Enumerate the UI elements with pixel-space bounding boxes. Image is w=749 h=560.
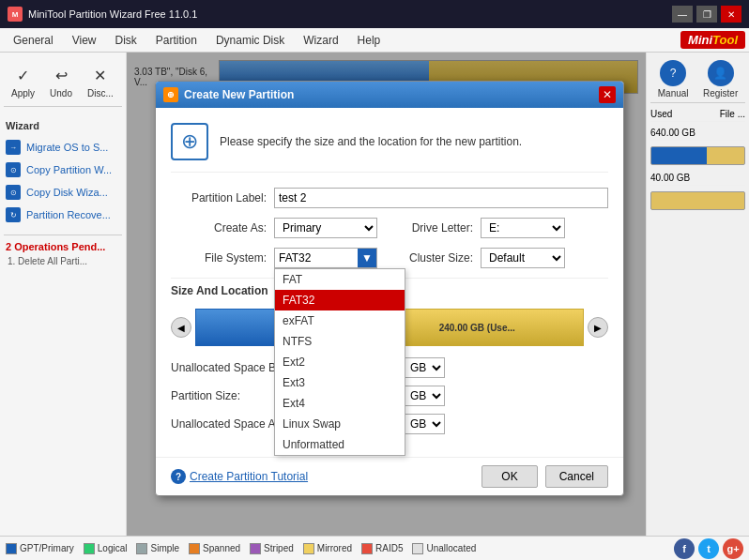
migrate-icon: → <box>6 140 21 155</box>
register-icon: 👤 <box>708 60 734 86</box>
partition-label-input[interactable] <box>274 188 608 208</box>
menu-general[interactable]: General <box>4 30 63 51</box>
apply-button[interactable]: ✓ Apply <box>6 60 40 102</box>
legend-mirrored: Mirrored <box>303 543 352 554</box>
dropdown-item-ext3[interactable]: Ext3 <box>275 372 405 393</box>
copy-partition-icon: ⊙ <box>6 162 21 177</box>
wizard-item-copy-partition[interactable]: ⊙ Copy Partition W... <box>4 159 122 180</box>
logo-tool: Tool <box>712 33 738 47</box>
filesystem-dropdown-container: FAT32 ▼ FAT FAT32 exFAT NTFS Ext2 Ext3 <box>274 248 377 268</box>
ok-button[interactable]: OK <box>482 465 537 488</box>
undo-label: Undo <box>50 88 72 98</box>
disk-size-value-2: 40.00 GB <box>650 173 690 183</box>
left-toolbar: ✓ Apply ↩ Undo ✕ Disc... Wizard → Migrat… <box>0 53 127 560</box>
drive-letter-select-container: E: F: G: <box>481 218 565 238</box>
legend-box-mirrored <box>303 543 314 554</box>
disk-size-row-2: 40.00 GB <box>650 171 745 186</box>
wizard-item-partition-recovery-label: Partition Recove... <box>26 209 111 220</box>
legend-box-gpt <box>6 543 17 554</box>
register-panel-icon[interactable]: 👤 Register <box>703 60 738 98</box>
dialog-title-bar: ⊕ Create New Partition ✕ <box>156 82 623 108</box>
manual-panel-icon[interactable]: ? Manual <box>658 60 689 98</box>
register-label: Register <box>703 88 738 98</box>
legend-logical: Logical <box>84 543 128 554</box>
help-link[interactable]: ? Create Partition Tutorial <box>171 469 308 484</box>
dropdown-item-unformatted[interactable]: Unformatted <box>275 434 405 455</box>
wizard-section-title: Wizard <box>4 116 122 135</box>
dropdown-item-fat[interactable]: FAT <box>275 269 405 290</box>
filesystem-selector[interactable]: FAT32 ▼ <box>274 248 377 268</box>
file-system-label: File System: <box>171 251 274 265</box>
partition-size-unit[interactable]: GB MB <box>404 386 445 406</box>
facebook-button[interactable]: f <box>674 538 695 559</box>
right-content: Used File ... 640.00 GB 40.00 GB <box>650 103 745 556</box>
used-col-header: Used <box>650 109 672 119</box>
partition-label-field-label: Partition Label: <box>171 191 274 204</box>
legend-gpt-primary: GPT/Primary <box>6 543 74 554</box>
dialog-header-icon: ⊕ <box>171 123 208 160</box>
disk-nav-left[interactable]: ◀ <box>171 317 191 338</box>
wizard-item-copy-disk[interactable]: ⊙ Copy Disk Wiza... <box>4 182 122 203</box>
menu-view[interactable]: View <box>63 30 106 51</box>
restore-button[interactable]: ❐ <box>696 6 717 23</box>
wizard-item-copy-partition-label: Copy Partition W... <box>26 164 112 175</box>
disk-info-header: Used File ... <box>650 107 745 122</box>
unalloc-after-unit[interactable]: GB MB <box>404 414 445 434</box>
menu-wizard[interactable]: Wizard <box>294 30 347 51</box>
twitter-button[interactable]: t <box>698 538 719 559</box>
manual-icon: ? <box>660 60 686 86</box>
discard-button[interactable]: ✕ Disc... <box>82 60 119 102</box>
undo-button[interactable]: ↩ Undo <box>44 60 78 102</box>
filesystem-cluster-row: File System: FAT32 ▼ FAT FAT32 exFAT <box>171 248 608 268</box>
right-disk-bar <box>650 146 745 165</box>
dropdown-item-ext2[interactable]: Ext2 <box>275 352 405 372</box>
file-col-header: File ... <box>720 109 745 119</box>
wizard-item-partition-recovery[interactable]: ↻ Partition Recove... <box>4 204 122 225</box>
dropdown-item-ntfs[interactable]: NTFS <box>275 331 405 352</box>
drive-letter-select[interactable]: E: F: G: <box>481 218 565 238</box>
dialog-title: Create New Partition <box>184 88 599 101</box>
legend-label-logical: Logical <box>98 543 128 553</box>
disk-nav-right[interactable]: ▶ <box>588 317 608 338</box>
app-title: MiniTool Partition Wizard Free 11.0.1 <box>28 8 672 20</box>
legend-label-striped: Striped <box>264 543 294 553</box>
apply-icon: ✓ <box>12 64 35 86</box>
legend-label-raid5: RAID5 <box>375 543 403 553</box>
cluster-size-select-container: Default 512 1024 <box>481 248 565 268</box>
unalloc-before-unit[interactable]: GB MB <box>404 357 445 378</box>
close-button[interactable]: ✕ <box>721 6 741 23</box>
dialog-header-text: Please specify the size and the location… <box>220 135 522 148</box>
menu-disk[interactable]: Disk <box>106 30 146 51</box>
dialog-close-button[interactable]: ✕ <box>599 86 616 103</box>
dialog-overlay: ⊕ Create New Partition ✕ ⊕ Please specif… <box>127 53 646 560</box>
menu-help[interactable]: Help <box>348 30 390 51</box>
disk-size-row: 640.00 GB <box>650 126 745 141</box>
disk-size-value: 640.00 GB <box>650 128 696 138</box>
social-icons: f t g+ <box>674 538 743 559</box>
menu-bar: General View Disk Partition Dynamic Disk… <box>0 28 749 53</box>
legend-label-gpt: GPT/Primary <box>20 543 74 553</box>
legend-box-simple <box>136 543 147 554</box>
menu-partition[interactable]: Partition <box>146 30 206 51</box>
help-icon: ? <box>171 469 186 484</box>
filesystem-dropdown-menu: FAT FAT32 exFAT NTFS Ext2 Ext3 Ext4 Linu… <box>274 268 405 456</box>
dropdown-item-ext4[interactable]: Ext4 <box>275 393 405 414</box>
dropdown-item-exfat[interactable]: exFAT <box>275 310 405 331</box>
legend-label-unallocated: Unallocated <box>426 543 476 553</box>
cluster-size-select[interactable]: Default 512 1024 <box>481 248 565 268</box>
menu-dynamic-disk[interactable]: Dynamic Disk <box>206 30 294 51</box>
main-area: ✓ Apply ↩ Undo ✕ Disc... Wizard → Migrat… <box>0 53 749 560</box>
minimize-button[interactable]: — <box>672 6 693 23</box>
googleplus-button[interactable]: g+ <box>723 538 743 559</box>
legend-unallocated: Unallocated <box>412 543 476 554</box>
dropdown-item-linux-swap[interactable]: Linux Swap <box>275 414 405 434</box>
wizard-item-migrate[interactable]: → Migrate OS to S... <box>4 137 122 158</box>
cancel-button[interactable]: Cancel <box>545 465 608 488</box>
copy-disk-icon: ⊙ <box>6 185 21 200</box>
filesystem-dropdown-arrow[interactable]: ▼ <box>358 249 376 267</box>
legend-raid5: RAID5 <box>361 543 403 554</box>
dropdown-item-fat32[interactable]: FAT32 <box>275 290 405 310</box>
create-as-select-container: Primary Logical <box>274 218 377 238</box>
create-as-select[interactable]: Primary Logical <box>274 218 377 238</box>
undo-icon: ↩ <box>50 64 72 86</box>
